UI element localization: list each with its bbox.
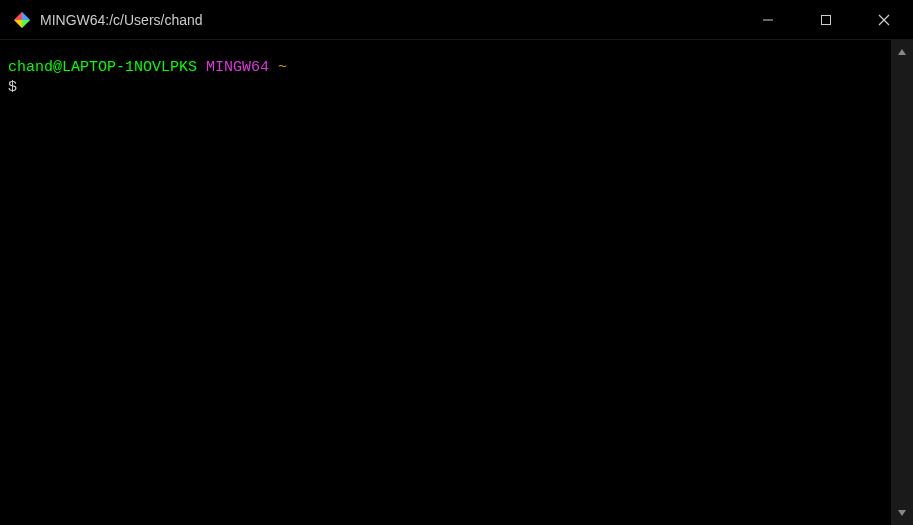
minimize-button[interactable] xyxy=(739,0,797,40)
prompt-symbol: $ xyxy=(8,79,17,96)
prompt-user-host: chand@LAPTOP-1NOVLPKS xyxy=(8,59,197,76)
prompt-path: ~ xyxy=(278,59,287,76)
app-icon xyxy=(12,10,32,30)
terminal-window: MINGW64:/c/Users/chand chan xyxy=(0,0,913,525)
svg-marker-10 xyxy=(898,510,906,516)
scrollbar[interactable] xyxy=(891,40,913,525)
prompt-line: chand@LAPTOP-1NOVLPKS MINGW64 ~ xyxy=(8,58,883,78)
close-button[interactable] xyxy=(855,0,913,40)
window-controls xyxy=(739,0,913,39)
maximize-button[interactable] xyxy=(797,0,855,40)
prompt-env: MINGW64 xyxy=(206,59,269,76)
titlebar[interactable]: MINGW64:/c/Users/chand xyxy=(0,0,913,40)
titlebar-left: MINGW64:/c/Users/chand xyxy=(0,10,739,30)
svg-marker-9 xyxy=(898,49,906,55)
scroll-up-icon[interactable] xyxy=(897,46,907,58)
terminal-content[interactable]: chand@LAPTOP-1NOVLPKS MINGW64 ~ $ xyxy=(0,40,891,525)
window-title: MINGW64:/c/Users/chand xyxy=(40,12,203,28)
terminal-body: chand@LAPTOP-1NOVLPKS MINGW64 ~ $ xyxy=(0,40,913,525)
svg-rect-6 xyxy=(822,16,831,25)
svg-marker-4 xyxy=(22,20,30,28)
prompt-symbol-line: $ xyxy=(8,78,883,98)
scroll-down-icon[interactable] xyxy=(897,507,907,519)
